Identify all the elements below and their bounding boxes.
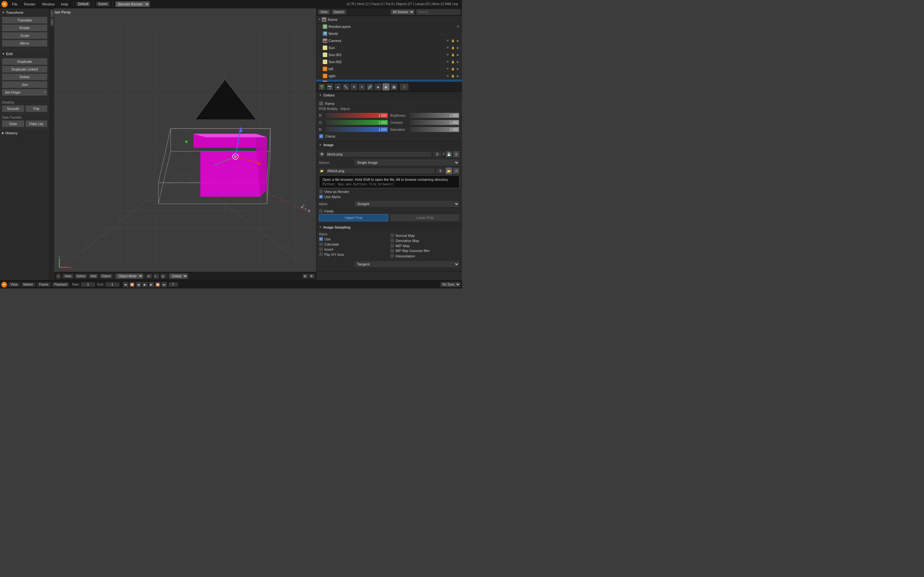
play-prev[interactable]: ⏪ [129, 282, 135, 287]
path-icon[interactable]: 📁 [319, 168, 325, 174]
props-tab-scene[interactable]: 🎬 [318, 83, 325, 90]
contrast-bar[interactable]: 1.000 [409, 119, 459, 125]
play-jump-end[interactable]: ⏭ [162, 282, 167, 287]
play-jump-start[interactable]: ⏮ [123, 282, 129, 287]
outliner-row-camera[interactable]: 📷 Camera 👁 🔒 ▶ [317, 37, 462, 44]
source-select[interactable]: Single Image [354, 159, 459, 166]
right-vis-eye[interactable]: 👁 [445, 74, 450, 78]
vp-snap-btn[interactable]: ⌖ [153, 274, 159, 279]
vp-view-btn[interactable]: View [63, 274, 73, 279]
vp-pivot-btn[interactable]: ⊙ [146, 274, 152, 279]
strip-icon-1[interactable]: T [50, 10, 53, 17]
upper-first-button[interactable]: Upper First [319, 214, 388, 221]
vp-mode-select[interactable]: Object Mode [115, 274, 144, 279]
vp-add-btn[interactable]: Add [89, 274, 98, 279]
tangent-select[interactable]: Tangent [354, 261, 459, 268]
mirror-button[interactable]: Mirror [2, 40, 47, 47]
image-name-input[interactable] [326, 151, 432, 157]
g-bar[interactable]: 1.000 [325, 119, 388, 125]
outliner-row-top[interactable]: ▽ top 👁 🔒 ▶ [317, 79, 462, 82]
colors-section-header[interactable]: ▼ Colors [317, 92, 462, 98]
props-tab-data[interactable]: ◈ [375, 83, 381, 90]
sun-vis-eye[interactable]: 👁 [445, 45, 450, 50]
brightness-bar[interactable]: 1.000 [409, 113, 459, 118]
join-button[interactable]: Join [2, 81, 47, 88]
alpha-select[interactable]: Straight [354, 200, 459, 207]
duplicate-linked-button[interactable]: Duplicate Linked [2, 66, 47, 73]
vp-select-btn[interactable]: Select [75, 274, 87, 279]
fields-checkbox[interactable] [319, 209, 323, 213]
props-tab-texture[interactable]: ▦ [391, 83, 397, 90]
left-vis-eye[interactable]: 👁 [445, 67, 450, 71]
camera-vis-render[interactable]: ▶ [456, 39, 460, 43]
reload-btn[interactable]: ↺ [453, 168, 459, 174]
viewport-logo[interactable]: B [55, 274, 61, 279]
smooth-button[interactable]: Smooth [2, 105, 24, 112]
props-tab-particles[interactable]: ✦ [351, 83, 357, 90]
outliner-row-sun[interactable]: ☀ Sun 👁 🔒 ▶ [317, 44, 462, 51]
bottom-playback-btn[interactable]: Playback [52, 282, 69, 287]
sun-vis-render[interactable]: ▶ [456, 45, 460, 50]
outliner-view-btn[interactable]: View [318, 10, 330, 15]
view-as-render-checkbox[interactable] [319, 189, 323, 193]
history-section-header[interactable]: ▶ History [0, 130, 49, 136]
play-prev-frame[interactable]: ◀ [136, 282, 142, 287]
derivative-map-checkbox[interactable] [390, 239, 394, 243]
flip-xy-checkbox[interactable] [319, 252, 323, 256]
image-sampling-header[interactable]: ▼ Image Sampling [317, 224, 462, 230]
data-button[interactable]: Data [2, 120, 24, 127]
translate-button[interactable]: Translate [2, 17, 47, 24]
outliner-row-world[interactable]: 🌍 World [317, 30, 462, 37]
camera-vis-eye[interactable]: 👁 [445, 39, 450, 43]
outliner-row-sun001[interactable]: ☀ Sun.001 👁 🔒 ▶ [317, 51, 462, 58]
data-lay-button[interactable]: Data Lay [25, 120, 48, 127]
invert-checkbox[interactable] [319, 247, 323, 251]
ramp-checkbox[interactable] [319, 101, 323, 106]
image-section-header[interactable]: ▼ Image [317, 142, 462, 148]
sun002-vis-eye[interactable]: 👁 [445, 60, 450, 64]
set-origin-button[interactable]: Set Origin [2, 89, 47, 96]
rotate-button[interactable]: Rotate [2, 24, 47, 31]
clamp-checkbox[interactable] [319, 134, 323, 139]
end-frame-input[interactable] [105, 282, 120, 287]
menu-render[interactable]: Render [22, 2, 38, 7]
vp-transform-select[interactable]: Global [169, 274, 188, 279]
r-bar[interactable]: 1.000 [325, 113, 388, 118]
viewport[interactable]: T N User Persp [50, 8, 316, 280]
outliner-search-input[interactable] [417, 10, 460, 15]
image-thumb-btn[interactable]: 🖼 [319, 151, 325, 157]
delete-button[interactable]: Delete [2, 73, 47, 81]
right-vis-render[interactable]: ▶ [456, 74, 460, 78]
b-bar[interactable]: 1.000 [325, 127, 388, 132]
camera-vis-restrict[interactable]: 🔒 [451, 39, 455, 43]
left-vis-restrict[interactable]: 🔒 [451, 67, 455, 71]
browse-btn[interactable]: 📂 [446, 168, 452, 174]
render-engine-select[interactable]: Blender Render [115, 1, 150, 7]
scene-selector[interactable]: Scene [96, 2, 110, 6]
outliner-row-scene[interactable]: ▼ 🎬 Scene [317, 16, 462, 23]
vp-proportional-btn[interactable]: ◎ [160, 274, 166, 279]
mip-map-checkbox[interactable] [390, 243, 394, 248]
strip-icon-2[interactable]: N [50, 18, 53, 26]
sun002-vis-render[interactable]: ▶ [456, 60, 460, 64]
scale-button[interactable]: Scale [2, 32, 47, 39]
calculate-checkbox[interactable] [319, 242, 323, 246]
props-tab-number[interactable]: 2 [400, 83, 409, 90]
props-tab-object[interactable]: ▲ [334, 83, 341, 90]
edit-section-header[interactable]: ▼ Edit [0, 51, 49, 57]
play-next-frame[interactable]: ▶ [149, 282, 154, 287]
outliner-search-btn[interactable]: Search [332, 10, 347, 15]
sync-select[interactable]: No Sync [440, 282, 461, 287]
props-tab-constraints[interactable]: 🔗 [367, 83, 373, 90]
image-close-btn[interactable]: ✕ [453, 151, 459, 157]
vp-layers-btn[interactable]: ⊞ [302, 274, 309, 279]
lower-first-button[interactable]: Lower First [390, 214, 459, 221]
bottom-frame-btn[interactable]: Frame [37, 282, 51, 287]
outliner-row-left[interactable]: ▽ left 👁 🔒 ▶ [317, 65, 462, 73]
duplicate-button[interactable]: Duplicate [2, 58, 47, 65]
props-tab-material[interactable]: ◉ [383, 83, 389, 90]
menu-window[interactable]: Window [40, 2, 57, 7]
vis-eye[interactable]: 👁 [456, 24, 460, 29]
outliner-scene-select[interactable]: All Scenes [391, 9, 415, 15]
outliner-row-sun002[interactable]: ☀ Sun.002 👁 🔒 ▶ [317, 58, 462, 65]
